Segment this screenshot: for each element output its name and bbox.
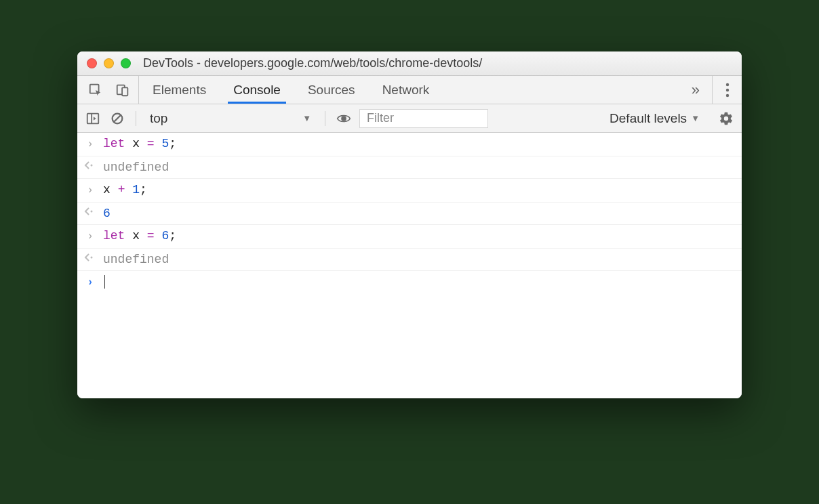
text-cursor (104, 275, 105, 289)
minimize-window-button[interactable] (104, 58, 114, 68)
console-input-text: x + 1; (103, 183, 147, 196)
svg-point-3 (725, 83, 728, 85)
tabs: Elements Console Sources Network (139, 76, 679, 104)
chevron-right-icon: › (84, 229, 96, 244)
svg-point-12 (91, 211, 93, 213)
kebab-menu-button[interactable] (712, 76, 742, 104)
svg-point-10 (342, 117, 346, 121)
titlebar: DevTools - developers.google.com/web/too… (77, 51, 742, 76)
svg-point-4 (725, 88, 728, 91)
devtools-window: DevTools - developers.google.com/web/too… (77, 51, 742, 398)
console-input-text: let x = 6; (103, 229, 176, 243)
console-input-text (103, 275, 105, 289)
log-levels-selector[interactable]: Default levels ▼ (610, 111, 700, 126)
tab-network[interactable]: Network (369, 76, 443, 104)
tab-label: Elements (153, 83, 206, 98)
console-output-row: undefined (77, 156, 742, 179)
tabs-overflow-button[interactable]: » (679, 76, 712, 104)
clear-console-icon[interactable] (108, 110, 126, 127)
chevron-down-icon: ▼ (691, 113, 700, 123)
console-prompt-row: › (77, 271, 742, 294)
filter-input[interactable] (359, 109, 488, 128)
tabs-bar: Elements Console Sources Network » (77, 76, 742, 104)
context-label: top (150, 111, 167, 126)
svg-rect-2 (122, 87, 127, 96)
tab-label: Sources (308, 83, 355, 98)
double-chevron-right-icon: » (692, 81, 700, 99)
traffic-lights (87, 58, 131, 68)
levels-label: Default levels (610, 111, 687, 126)
chevron-left-icon (84, 253, 96, 262)
tab-sources[interactable]: Sources (294, 76, 369, 104)
svg-line-9 (114, 114, 121, 121)
toggle-sidebar-icon[interactable] (84, 110, 102, 127)
chevron-left-icon (84, 207, 96, 216)
prompt-chevron-icon: › (84, 275, 96, 290)
divider (136, 111, 136, 126)
window-title: DevTools - developers.google.com/web/too… (143, 56, 482, 70)
console-input-row: ›x + 1; (77, 179, 742, 203)
svg-point-5 (725, 93, 728, 96)
console-toolbar: top ▼ Default levels ▼ (77, 104, 742, 133)
console-output-text: undefined (103, 253, 169, 266)
tab-console[interactable]: Console (220, 76, 294, 104)
tab-label: Console (233, 83, 281, 98)
svg-point-11 (91, 165, 93, 167)
chevron-right-icon: › (84, 183, 96, 198)
tab-elements[interactable]: Elements (139, 76, 220, 104)
tab-label: Network (382, 83, 430, 98)
divider (325, 111, 325, 126)
svg-rect-6 (87, 113, 99, 123)
context-selector[interactable]: top ▼ (146, 111, 315, 126)
close-window-button[interactable] (87, 58, 97, 68)
console-output-row: undefined (77, 249, 742, 271)
live-expression-icon[interactable] (335, 110, 353, 127)
console-output-text: 6 (103, 207, 111, 220)
console-output-row: 6 (77, 203, 742, 225)
svg-point-13 (91, 257, 93, 259)
settings-icon[interactable] (717, 110, 735, 127)
fullscreen-window-button[interactable] (121, 58, 131, 68)
console-body[interactable]: ›let x = 5;undefined›x + 1;6›let x = 6;u… (77, 133, 742, 398)
console-input-row: ›let x = 6; (77, 225, 742, 249)
chevron-down-icon: ▼ (302, 113, 311, 123)
console-output-text: undefined (103, 161, 169, 174)
inspect-element-icon[interactable] (87, 81, 104, 99)
chevron-right-icon: › (84, 137, 96, 152)
console-input-row: ›let x = 5; (77, 133, 742, 156)
chevron-left-icon (84, 161, 96, 170)
kebab-icon (725, 83, 730, 98)
console-input-text: let x = 5; (103, 137, 176, 150)
device-toolbar-icon[interactable] (114, 81, 132, 99)
